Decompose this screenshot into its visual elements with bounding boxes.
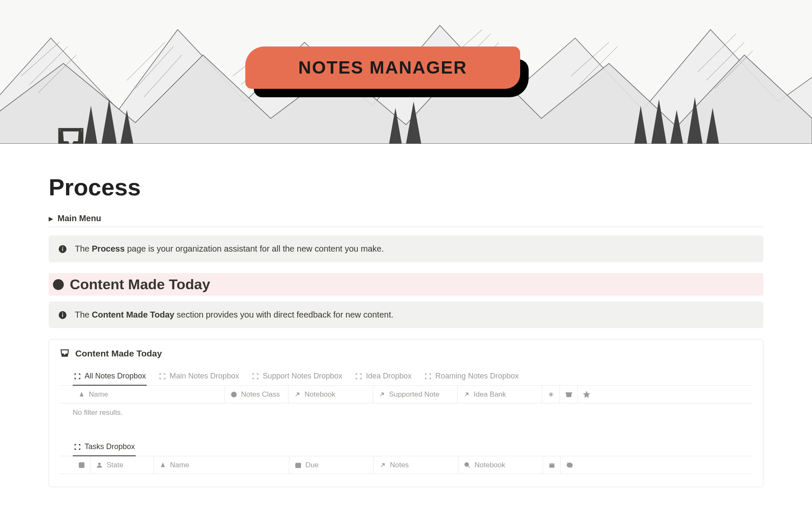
svg-point-26 [233,393,235,395]
col-name[interactable]: Name [73,386,225,403]
col-label: Supported Note [389,390,439,399]
sparkle-icon [547,391,555,398]
db-title: Content Made Today [75,348,162,359]
frame-icon [74,443,81,451]
svg-point-21 [56,282,60,287]
svg-rect-23 [62,314,63,317]
archive-icon [565,391,573,398]
callout-text: The Process page is your organization as… [75,244,384,254]
banner: NOTES MANAGER [245,47,520,89]
target-icon [52,278,65,291]
calendar-icon [294,461,302,469]
tab-label: Roaming Notes Dropbox [435,372,518,381]
page-icon-inbox[interactable] [55,125,87,144]
svg-rect-30 [296,463,301,468]
person-icon [96,461,103,469]
cover-image: NOTES MANAGER [0,0,812,144]
tab-all-notes-dropbox[interactable]: All Notes Dropbox [73,368,147,386]
tab-label: All Notes Dropbox [85,372,146,381]
section-title: Content Made Today [70,276,210,293]
checkbox-icon [78,461,85,469]
toggle-label: Main Menu [58,214,101,223]
callout-text-bold: Process [92,244,125,253]
svg-point-19 [62,247,63,247]
col-label: Notebook [475,461,505,469]
col-notebook-2[interactable]: Notebook [458,456,543,474]
col-label: Idea Bank [474,390,506,399]
svg-point-31 [465,463,469,466]
col-star[interactable] [578,386,595,403]
section-header-content-made-today: Content Made Today [49,273,763,296]
col-supported-note[interactable]: Supported Note [373,386,458,403]
info-icon [58,310,67,320]
tab-label: Main Notes Dropbox [170,372,239,381]
callout-content-today-info: The Content Made Today section provides … [49,301,763,328]
db-title-row[interactable]: Content Made Today [59,348,753,359]
database-content-made-today: Content Made Today All Notes Dropbox Mai… [49,339,763,487]
frame-icon [355,373,362,380]
tab-support-notes-dropbox[interactable]: Support Notes Dropbox [251,368,343,386]
callout-text: The Content Made Today section provides … [75,310,393,320]
col-name-2[interactable]: Name [154,456,289,474]
col-label: Notes Class [241,390,280,399]
tab-tasks-dropbox[interactable]: Tasks Dropbox [73,439,136,456]
col-label: Due [305,461,318,469]
callout-text-suffix: page is your organization assistant for … [125,244,384,253]
empty-results: No filter results. [59,403,753,422]
inbox-icon [59,348,70,359]
col-hidden[interactable] [561,456,579,474]
db-tabs: All Notes Dropbox Main Notes Dropbox Sup… [59,368,753,386]
col-label: Notes [390,461,409,469]
col-label: Name [89,390,108,399]
svg-rect-18 [62,248,63,251]
svg-point-29 [98,463,101,465]
page-content: Process ▶ Main Menu The Process page is … [0,144,812,487]
col-checkbox[interactable] [73,456,91,474]
tab-main-notes-dropbox[interactable]: Main Notes Dropbox [158,368,240,386]
svg-rect-33 [549,463,554,464]
arrow-icon [463,391,470,398]
col-due[interactable]: Due [289,456,374,474]
callout-text-suffix: section provides you with direct feedbac… [174,310,393,319]
text-icon [78,391,85,398]
col-state[interactable]: State [91,456,154,474]
col-date-action[interactable] [543,456,561,474]
info-icon [58,244,67,254]
svg-point-24 [62,312,63,313]
col-idea-bank[interactable]: Idea Bank [458,386,542,403]
db-columns-header-2: State Name Due Notes Notebook [59,456,753,474]
col-notes-2[interactable]: Notes [374,456,458,474]
eye-off-icon [566,461,573,469]
banner-title: NOTES MANAGER [298,58,467,78]
col-sparkle[interactable] [542,386,560,403]
col-label: Name [170,461,189,469]
col-label: Notebook [304,390,335,399]
arrow-icon [378,391,386,398]
star-icon [583,391,590,398]
calendar-solid-icon [548,461,556,469]
col-notes-class[interactable]: Notes Class [225,386,288,403]
callout-text-prefix: The [75,310,92,319]
col-archive[interactable] [560,386,578,403]
callout-text-bold: Content Made Today [92,310,174,319]
tab-roaming-notes-dropbox[interactable]: Roaming Notes Dropbox [423,368,519,386]
search-icon [464,461,471,469]
tab-idea-dropbox[interactable]: Idea Dropbox [354,368,412,386]
toggle-main-menu[interactable]: ▶ Main Menu [49,210,763,227]
tab-label: Idea Dropbox [366,372,411,381]
page-title[interactable]: Process [49,173,763,201]
callout-text-prefix: The [75,244,92,253]
db-tabs-2: Tasks Dropbox [59,439,753,456]
arrow-icon [294,391,301,398]
tab-label: Support Notes Dropbox [263,372,342,381]
caret-right-icon: ▶ [49,215,53,222]
col-label: State [107,461,123,469]
col-notebook[interactable]: Notebook [288,386,373,403]
arrow-icon [379,461,387,469]
db-columns-header: Name Notes Class Notebook Supported Note… [59,386,753,403]
frame-icon [159,373,166,380]
frame-icon [424,373,432,380]
target-icon [230,391,238,398]
tab-label: Tasks Dropbox [85,442,135,451]
callout-process-info: The Process page is your organization as… [49,236,763,262]
